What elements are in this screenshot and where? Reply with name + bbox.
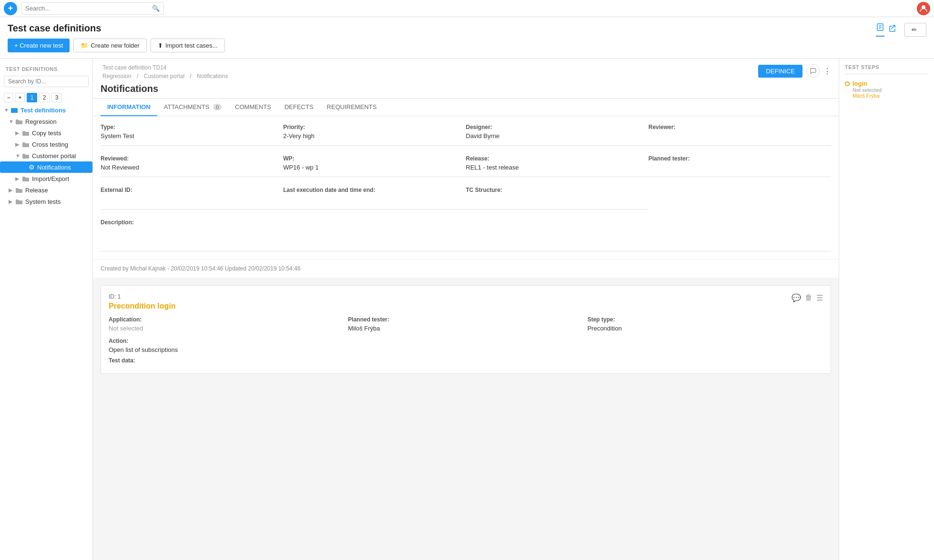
tabs: INFORMATION ATTACHMENTS 0 COMMENTS DEFEC… [93, 99, 839, 116]
tab-information[interactable]: INFORMATION [101, 99, 157, 116]
edit-icon: ✏ [912, 26, 917, 33]
info-row-3: External ID: Last execution date and tim… [101, 187, 831, 210]
precondition-header: ID: 1 Precondition login 💬 🗑 ☰ [109, 293, 823, 310]
sidebar-search-container [4, 76, 89, 87]
search-container: 🔍 [21, 2, 164, 15]
info-cell-release: Release: REL1 - test release [466, 155, 649, 177]
share-icon[interactable] [888, 24, 897, 35]
sidebar-label-regression: Regression [25, 118, 57, 125]
prec-planned-tester: Planned tester: Miloš Frýba [348, 316, 583, 332]
info-grid: Type: System Test Priority: 2-Very high … [93, 116, 839, 259]
more-options-icon[interactable]: ⋮ [823, 67, 831, 76]
precondition-grid: Application: Not selected Planned tester… [109, 316, 823, 332]
sidebar-item-import-export[interactable]: ▶ Import/Export [0, 173, 92, 184]
definice-button[interactable]: DEFINICE [758, 65, 802, 78]
tab-attachments[interactable]: ATTACHMENTS 0 [157, 99, 228, 116]
menu-icon[interactable]: ☰ [816, 293, 823, 302]
step-not-selected: Not selected [845, 87, 928, 93]
topbar: + 🔍 [0, 0, 934, 17]
step-dot [845, 81, 850, 86]
step-item-login: login Not selected Miloš Frýba [845, 80, 928, 99]
step-user: Miloš Frýba [845, 93, 928, 99]
page-1[interactable]: 1 [27, 93, 37, 102]
sidebar-label-notifications: Notifications [37, 164, 71, 171]
page-header-icons: ✏ [876, 23, 926, 42]
create-folder-button[interactable]: 📁 Create new folder [73, 39, 147, 52]
page-3[interactable]: 3 [51, 93, 62, 102]
sidebar-item-copy-tests[interactable]: ▶ Copy tests [0, 127, 92, 139]
content-title: Notifications [101, 83, 230, 94]
description-content [101, 228, 831, 251]
sidebar-item-cross-testing[interactable]: ▶ Cross testing [0, 139, 92, 150]
sidebar-item-customer-portal[interactable]: ▼ Customer portal [0, 150, 92, 161]
prec-action: Action: Open list of subscriptions [109, 338, 823, 353]
content-header: Test case definition TD14 Regression / C… [93, 59, 839, 99]
sidebar-label-copy-tests: Copy tests [32, 130, 61, 137]
add-button[interactable]: + [4, 2, 17, 15]
page-title: Test case definitions [8, 23, 225, 34]
page-header-left: Test case definitions + Create new test … [8, 23, 225, 58]
create-test-button[interactable]: + Create new test [8, 39, 70, 52]
edit-button[interactable]: ✏ [904, 23, 926, 37]
sidebar-item-notifications[interactable]: ⚙ Notifications [0, 161, 92, 173]
prec-step-type: Step type: Precondition [588, 316, 823, 332]
tab-requirements[interactable]: REQUIREMENTS [320, 99, 384, 116]
sidebar-item-test-definitions[interactable]: ▼ Test definitions [0, 104, 92, 116]
document-icon[interactable] [876, 23, 884, 37]
prec-testdata: Test data: [109, 357, 823, 364]
info-cell-wp: WP: WP16 - wp 1 [283, 155, 466, 177]
info-cell-reviewed: Reviewed: Not Reviewed [101, 155, 283, 177]
arrow-icon: ▼ [15, 153, 22, 159]
info-cell-empty [649, 187, 831, 210]
sidebar-item-release[interactable]: ▶ Release [0, 184, 92, 196]
avatar [917, 2, 930, 15]
page-header: Test case definitions + Create new test … [0, 17, 934, 59]
sidebar-section-title: TEST DEFINITIONS [0, 62, 92, 74]
content-inner: Test case definition TD14 Regression / C… [93, 59, 839, 278]
arrow-icon: ▶ [15, 176, 22, 182]
tab-defects[interactable]: DEFECTS [278, 99, 320, 116]
breadcrumb: Test case definition TD14 [101, 64, 230, 71]
sidebar-item-system-tests[interactable]: ▶ System tests [0, 196, 92, 207]
header-actions: + Create new test 📁 Create new folder ⬆ … [8, 39, 225, 58]
test-steps-title: TEST STEPS [845, 64, 928, 74]
search-input[interactable] [25, 5, 150, 12]
import-icon: ⬆ [158, 42, 163, 49]
sidebar-search-input[interactable] [4, 76, 89, 87]
sidebar-label-release: Release [25, 187, 48, 194]
info-cell-tc-structure: TC Structure: [466, 187, 649, 210]
info-cell-last-execution: Last execution date and time end: [283, 187, 466, 210]
content-header-right: DEFINICE ⋮ [758, 64, 831, 78]
step-header: login [845, 80, 928, 87]
arrow-icon: ▶ [15, 141, 22, 148]
pagination-next[interactable]: + [15, 93, 25, 102]
tab-comments[interactable]: COMMENTS [228, 99, 278, 116]
page-2[interactable]: 2 [39, 93, 50, 102]
breadcrumb-path: Regression / Customer portal / Notificat… [101, 73, 230, 80]
folder-icon: 📁 [81, 42, 88, 49]
arrow-icon: ▶ [9, 199, 15, 205]
comment-icon[interactable] [806, 64, 820, 78]
arrow-icon: ▶ [9, 187, 15, 193]
main-layout: TEST DEFINITIONS − + 1 2 3 ▼ Test defini… [0, 59, 934, 560]
precondition-info: ID: 1 Precondition login [109, 293, 175, 310]
delete-icon[interactable]: 🗑 [805, 293, 812, 302]
info-row-1: Type: System Test Priority: 2-Very high … [101, 124, 831, 146]
comment-icon[interactable]: 💬 [792, 293, 801, 302]
step-name[interactable]: login [853, 80, 867, 87]
sidebar-label-test-definitions: Test definitions [20, 107, 66, 114]
arrow-icon: ▼ [9, 119, 15, 124]
pagination-prev[interactable]: − [4, 93, 13, 102]
sidebar-label-customer-portal: Customer portal [32, 152, 76, 160]
info-cell-external-id: External ID: [101, 187, 283, 210]
info-cell-planned-tester: Planned tester: [649, 155, 831, 177]
info-cell-type: Type: System Test [101, 124, 283, 146]
sidebar-label-import-export: Import/Export [32, 175, 69, 182]
arrow-icon: ▼ [4, 107, 10, 113]
description-section: Description: [101, 219, 831, 251]
info-cell-designer: Designer: David Byrne [466, 124, 649, 146]
sidebar-item-regression[interactable]: ▼ Regression [0, 116, 92, 127]
import-button[interactable]: ⬆ Import test cases... [151, 39, 225, 52]
precondition-icons: 💬 🗑 ☰ [792, 293, 823, 302]
precondition-title: Precondition login [109, 302, 175, 310]
